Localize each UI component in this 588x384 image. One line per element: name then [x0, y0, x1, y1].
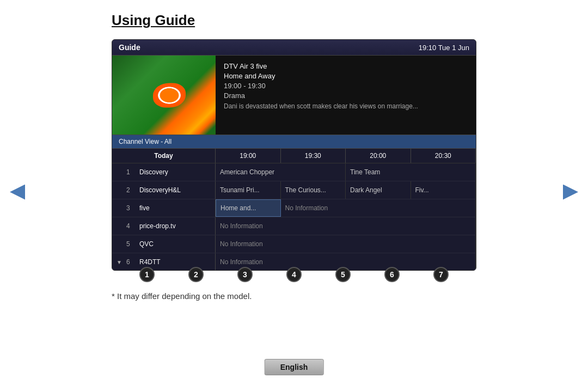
badge-6: 6	[384, 267, 400, 282]
channel-num-2: 2	[126, 186, 135, 194]
program-5-no-info: No Information	[216, 235, 476, 253]
channel-name-1: Discovery	[139, 168, 168, 176]
channel-name-2: DiscoveryH&L	[139, 186, 181, 194]
time-slot-2030: 20:30	[411, 149, 476, 163]
channel-num-1: 1	[126, 168, 135, 176]
preview-desc: Dani is devastated when scott makes clea…	[224, 102, 418, 110]
program-3-no-info: No Information	[281, 199, 476, 217]
guide-datetime: 19:10 Tue 1 Jun	[419, 44, 469, 52]
program-2-dark-angel[interactable]: Dark Angel	[346, 181, 411, 199]
channel-label-2: 2 DiscoveryH&L	[112, 181, 216, 199]
footer-note: * It may differ depending on the model.	[112, 291, 252, 301]
time-slots: 19:00 19:30 20:00 20:30	[216, 149, 476, 163]
channel-label-1: 1 Discovery	[112, 163, 216, 181]
channel-arrow-6: ▼	[117, 259, 122, 265]
channel-label-3: 3 five	[112, 199, 216, 217]
page-title: Using Guide	[112, 12, 195, 29]
channel-row-4[interactable]: 4 price-drop.tv No Information	[112, 217, 476, 235]
programs-5: No Information	[216, 235, 476, 253]
program-4-no-info: No Information	[216, 217, 476, 235]
english-button[interactable]: English	[265, 359, 324, 375]
badge-7: 7	[433, 267, 449, 282]
guide-header: Guide 19:10 Tue 1 Jun	[112, 40, 476, 56]
channel-row-5[interactable]: 5 QVC No Information	[112, 235, 476, 253]
channel-label-5: 5 QVC	[112, 235, 216, 253]
program-1-tine-team[interactable]: Tine Team	[346, 163, 476, 181]
channel-row-3[interactable]: 3 five Home and... No Information	[112, 199, 476, 217]
preview-area: DTV Air 3 five Home and Away 19:00 - 19:…	[112, 56, 476, 135]
preview-info: DTV Air 3 five Home and Away 19:00 - 19:…	[216, 56, 426, 135]
channel-name-6: R4DTT	[139, 258, 161, 266]
channel-name-5: QVC	[139, 240, 154, 248]
programs-3: Home and... No Information	[216, 199, 476, 217]
program-3-home-and-away[interactable]: Home and...	[216, 199, 281, 217]
channel-num-6: 6	[126, 258, 135, 266]
time-header-today: Today	[112, 149, 216, 163]
channel-num-4: 4	[126, 222, 135, 230]
program-2-tsunami[interactable]: Tsunami Pri...	[216, 181, 281, 199]
channel-label-4: 4 price-drop.tv	[112, 217, 216, 235]
channel-name-3: five	[139, 204, 150, 212]
badge-4: 4	[286, 267, 302, 282]
channel-row-2[interactable]: 2 DiscoveryH&L Tsunami Pri... The Curiou…	[112, 181, 476, 199]
badge-1: 1	[139, 267, 155, 282]
badge-3: 3	[237, 267, 253, 282]
program-1-american-chopper[interactable]: American Chopper	[216, 163, 346, 181]
programs-4: No Information	[216, 217, 476, 235]
preview-genre: Drama	[224, 92, 418, 100]
channel-view-bar: Channel View - All	[112, 135, 476, 149]
program-2-curious[interactable]: The Curious...	[281, 181, 346, 199]
nav-arrow-right[interactable]	[563, 185, 578, 200]
preview-time: 19:00 - 19:30	[224, 82, 418, 90]
channel-row-1[interactable]: 1 Discovery American Chopper Tine Team	[112, 163, 476, 181]
badges-row: 1 2 3 4 5 6 7	[112, 267, 476, 282]
channels-area: 1 Discovery American Chopper Tine Team 2…	[112, 163, 476, 271]
nav-arrow-left[interactable]	[10, 185, 25, 200]
time-header: Today 19:00 19:30 20:00 20:30	[112, 149, 476, 163]
guide-title: Guide	[119, 43, 140, 52]
time-slot-1900: 19:00	[216, 149, 281, 163]
program-2-fiv[interactable]: Fiv...	[411, 181, 476, 199]
channel-num-5: 5	[126, 240, 135, 248]
time-slot-1930: 19:30	[281, 149, 346, 163]
channel-num-3: 3	[126, 204, 135, 212]
programs-1: American Chopper Tine Team	[216, 163, 476, 181]
badge-5: 5	[335, 267, 351, 282]
programs-2: Tsunami Pri... The Curious... Dark Angel…	[216, 181, 476, 199]
channel-name-4: price-drop.tv	[139, 222, 176, 230]
time-slot-2000: 20:00	[346, 149, 411, 163]
badge-2: 2	[188, 267, 204, 282]
preview-thumbnail	[112, 56, 216, 135]
preview-show: Home and Away	[224, 72, 418, 80]
preview-channel: DTV Air 3 five	[224, 62, 418, 70]
guide-box: Guide 19:10 Tue 1 Jun DTV Air 3 five Hom…	[112, 39, 476, 271]
